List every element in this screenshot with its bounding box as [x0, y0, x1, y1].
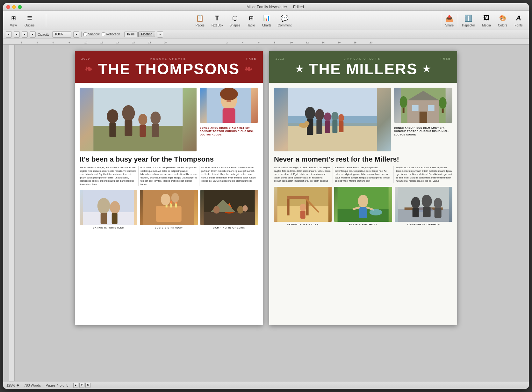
word-count: 783 Words — [24, 383, 41, 387]
share-button[interactable]: 📤 Share — [442, 12, 457, 28]
comment-icon: 💬 — [280, 14, 289, 23]
svg-point-67 — [305, 107, 315, 120]
left-article-title: It's been a busy year for the Thompsons — [80, 155, 258, 163]
wrap-stepper[interactable]: ▾ — [157, 31, 163, 38]
right-col2: libero duis. Enim eros in vel, volutpat … — [333, 166, 394, 183]
page-nav[interactable]: ▲ ▼ ⚙ — [73, 383, 90, 388]
minimize-button[interactable] — [12, 5, 16, 9]
right-col3: aliquet, lectus tincidunt. Porttitor mol… — [394, 166, 452, 183]
left-photo-item-1: SKIING IN WHISTLER — [80, 190, 137, 229]
pages-area[interactable]: 2009 ANNUAL UPDATE FREE ❧ THE THOMPSONS … — [3, 45, 529, 381]
media-icon: 🖼 — [482, 14, 491, 23]
inspector-button[interactable]: ℹ️ Inspector — [459, 12, 478, 28]
svg-point-31 — [150, 112, 161, 124]
svg-rect-113 — [434, 208, 441, 218]
window-title: Miller Family Newsletter — Edited — [25, 5, 526, 9]
right-bottom-photo-2 — [334, 187, 392, 222]
svg-text:16: 16 — [338, 41, 341, 44]
next-page-button[interactable]: ▼ — [79, 383, 84, 388]
svg-text:6: 6 — [53, 41, 54, 44]
svg-point-110 — [421, 195, 432, 207]
svg-rect-68 — [307, 119, 313, 135]
zoom-control[interactable]: 125% ◆ — [6, 383, 19, 387]
svg-point-27 — [122, 105, 135, 121]
separator-3 — [458, 14, 458, 27]
right-star-right: ★ — [422, 65, 431, 74]
svg-text:12: 12 — [306, 41, 309, 44]
right-title: THE MILLERS — [309, 62, 418, 77]
reflection-check-input[interactable] — [102, 33, 105, 36]
shapes-button[interactable]: ⬡ Shapes — [227, 12, 243, 28]
svg-rect-109 — [412, 208, 419, 217]
right-article-body: Sociis mauris in integer, a dolor netus … — [274, 166, 452, 183]
colors-button[interactable]: 🎨 Colors — [495, 12, 510, 28]
format-separator — [81, 32, 82, 37]
textbox-button[interactable]: T Text Box — [208, 12, 226, 28]
format-dropdown-3[interactable]: ▾ — [22, 31, 28, 38]
inline-option[interactable]: Inline — [124, 32, 138, 37]
left-title: THE THOMPSONS — [98, 62, 240, 77]
fonts-button[interactable]: A Fonts — [512, 12, 526, 28]
charts-icon: 📊 — [262, 14, 271, 23]
fonts-icon: A — [514, 14, 523, 23]
format-dropdown-4[interactable]: ▾ — [30, 31, 36, 38]
titlebar: Miller Family Newsletter — Edited — [3, 3, 529, 11]
svg-rect-35 — [222, 108, 235, 123]
shadow-check-input[interactable] — [83, 33, 87, 36]
svg-text:16: 16 — [132, 41, 135, 44]
left-photo-label-1: SKIING IN WHISTLER — [93, 226, 125, 229]
close-button[interactable] — [6, 5, 10, 9]
colors-icon: 🎨 — [498, 14, 507, 23]
left-ruler — [9, 45, 15, 381]
right-photo-label-2: ELSIE'S BIRTHDAY — [349, 223, 377, 226]
left-free: FREE — [246, 57, 256, 60]
floating-option[interactable]: Floating — [138, 32, 155, 37]
right-side-caption: DONEC ARCU RISUS DIAM AMET SIT. CONGUE T… — [394, 125, 452, 138]
opacity-stepper[interactable]: ▾ — [73, 31, 79, 38]
svg-rect-72 — [325, 121, 330, 133]
svg-rect-74 — [332, 120, 337, 133]
svg-point-88 — [439, 97, 446, 109]
left-article-body: Sociis mauris in integer, a dolor netus … — [80, 166, 258, 186]
svg-point-40 — [97, 198, 110, 214]
right-photo-item-1: SKIING IN WHISTLER — [274, 187, 332, 226]
comment-button[interactable]: 💬 Comment — [275, 12, 294, 28]
svg-point-78 — [304, 121, 309, 126]
svg-point-75 — [338, 114, 344, 122]
right-header-top: 2012 ANNUAL UPDATE FREE — [276, 57, 451, 60]
svg-point-103 — [370, 209, 382, 215]
table-icon: ⊞ — [247, 14, 255, 23]
outline-icon: ☰ — [25, 14, 34, 23]
reflection-checkbox[interactable]: Reflection — [102, 33, 120, 36]
left-col3: tincidunt. Porttitor mollis imperdiet li… — [199, 166, 258, 186]
format-dropdown-2[interactable]: ▾ — [14, 31, 20, 38]
charts-button[interactable]: 📊 Charts — [259, 12, 274, 28]
format-dropdown-1[interactable]: ▾ — [6, 31, 12, 38]
svg-point-42 — [110, 201, 120, 214]
media-button[interactable]: 🖼 Media — [479, 12, 493, 28]
toolbar: ⊞ View ☰ Outline 📋 Pages T Text Box ⬡ Sh… — [3, 11, 529, 30]
settings-nav-button[interactable]: ⚙ — [85, 383, 90, 388]
right-photo-label-3: CAMPING IN OREGON — [407, 223, 440, 226]
zoom-separator: ◆ — [17, 383, 19, 387]
pages-button[interactable]: 📋 Pages — [193, 12, 207, 28]
svg-point-99 — [358, 195, 368, 207]
view-button[interactable]: ⊞ View — [6, 12, 20, 28]
traffic-lights — [6, 5, 22, 9]
outline-button[interactable]: ☰ Outline — [22, 12, 37, 28]
left-bottom-photo-3 — [200, 190, 258, 225]
svg-rect-83 — [428, 105, 434, 111]
prev-page-button[interactable]: ▲ — [73, 383, 78, 388]
left-header-top: 2009 ANNUAL UPDATE FREE — [81, 57, 256, 60]
table-button[interactable]: ⊞ Table — [244, 12, 258, 28]
svg-point-60 — [213, 206, 219, 214]
right-free: FREE — [441, 57, 451, 60]
opacity-input[interactable]: 100% — [52, 31, 71, 38]
svg-rect-96 — [300, 211, 306, 219]
wrap-toggle: Inline Floating — [124, 32, 155, 37]
zoom-value: 125% — [6, 383, 15, 387]
svg-text:6: 6 — [258, 41, 260, 44]
shadow-checkbox[interactable]: Shadow — [83, 33, 99, 36]
svg-text:14: 14 — [322, 41, 325, 44]
maximize-button[interactable] — [18, 5, 22, 9]
